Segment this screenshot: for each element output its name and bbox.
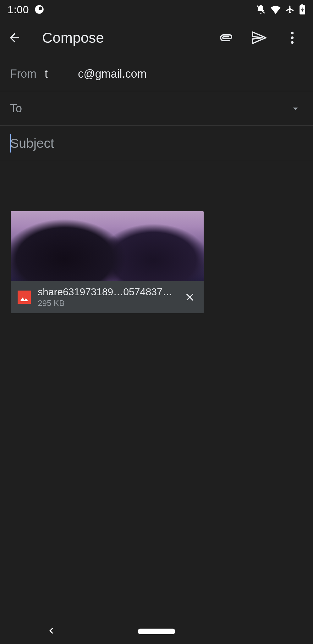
attachment-card: share631973189…05748371.png 295 KB	[11, 211, 204, 313]
subject-input[interactable]	[10, 136, 303, 151]
svg-point-5	[291, 32, 294, 35]
text-cursor	[10, 134, 11, 153]
compose-body-area[interactable]: share631973189…05748371.png 295 KB	[0, 161, 313, 323]
battery-charging-icon	[299, 4, 305, 14]
attach-button[interactable]	[217, 30, 234, 46]
app-bar: Compose	[0, 19, 313, 57]
svg-point-6	[291, 36, 294, 39]
app-notification-icon	[35, 5, 44, 14]
dnd-off-icon	[256, 4, 266, 14]
from-label: From	[10, 67, 45, 80]
to-input[interactable]	[45, 102, 288, 115]
more-options-button[interactable]	[284, 30, 300, 46]
from-email: c@gmail.com	[78, 67, 147, 80]
system-back-button[interactable]	[47, 626, 56, 636]
svg-rect-4	[301, 4, 303, 6]
image-file-icon	[18, 291, 31, 304]
attachment-meta: share631973189…05748371.png 295 KB	[11, 281, 204, 313]
system-nav-bar	[0, 619, 313, 644]
attachment-preview-image[interactable]	[11, 211, 204, 281]
back-button[interactable]	[6, 30, 23, 46]
subject-row	[0, 126, 313, 161]
to-label: To	[10, 102, 45, 115]
svg-point-7	[291, 41, 294, 44]
to-row: To	[0, 91, 313, 126]
svg-point-1	[39, 7, 42, 10]
wifi-icon	[270, 5, 281, 14]
send-button[interactable]	[251, 30, 267, 46]
from-row[interactable]: From t c@gmail.com	[0, 57, 313, 91]
expand-recipients-button[interactable]	[288, 101, 303, 116]
status-bar: 1:00	[0, 0, 313, 19]
body-text-input[interactable]	[10, 171, 303, 209]
attachment-filesize: 295 KB	[38, 298, 176, 308]
page-title: Compose	[42, 29, 205, 46]
from-name: t	[45, 67, 48, 80]
attachment-filename: share631973189…05748371.png	[38, 286, 176, 298]
home-gesture-pill[interactable]	[138, 629, 175, 634]
airplane-mode-icon	[285, 5, 295, 14]
remove-attachment-button[interactable]	[183, 290, 197, 304]
status-time: 1:00	[8, 3, 29, 16]
